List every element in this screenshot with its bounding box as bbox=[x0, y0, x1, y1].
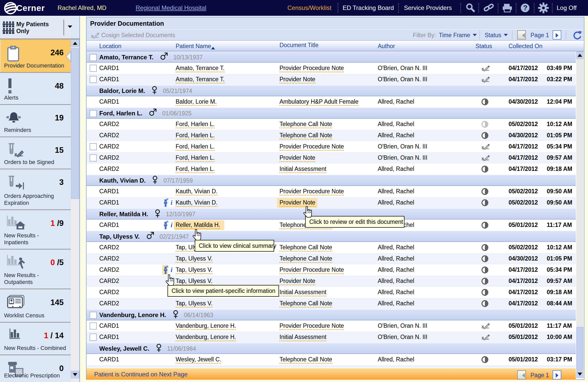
svg-text:?: ? bbox=[523, 4, 527, 12]
svg-text:»: » bbox=[18, 114, 21, 120]
svg-text:«: « bbox=[6, 114, 9, 120]
